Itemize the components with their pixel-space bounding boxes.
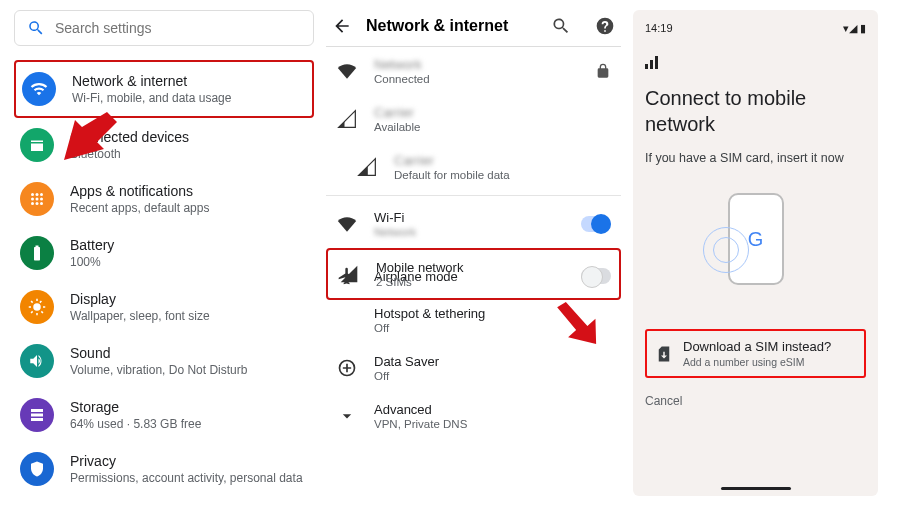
row-sub: Off (374, 322, 485, 334)
svg-rect-13 (31, 418, 43, 421)
storage-icon (20, 398, 54, 432)
carrier-name: Carrier (394, 153, 510, 168)
privacy-icon (20, 452, 54, 486)
item-sub: Recent apps, default apps (70, 201, 209, 215)
svg-point-10 (33, 303, 41, 311)
svg-rect-12 (31, 414, 43, 417)
row-title: Advanced (374, 402, 467, 417)
item-sub: Volume, vibration, Do Not Disturb (70, 363, 247, 377)
svg-marker-14 (556, 298, 603, 348)
download-sub: Add a number using eSIM (683, 356, 831, 368)
row-title: Wi-Fi (374, 210, 416, 225)
item-title: Privacy (70, 453, 303, 469)
back-icon[interactable] (332, 16, 352, 36)
settings-item-network[interactable]: Network & internet Wi-Fi, mobile, and da… (14, 60, 314, 118)
gesture-bar (721, 487, 791, 490)
settings-item-location[interactable]: LocationOn · 3 apps have access to locat… (14, 496, 314, 506)
screen-title: Connect to mobile network (645, 85, 866, 137)
search-icon (27, 19, 45, 37)
svg-marker-0 (64, 112, 117, 160)
row-title: Mobile network (376, 260, 463, 275)
chevron-down-icon (336, 406, 358, 426)
settings-item-apps[interactable]: Apps & notificationsRecent apps, default… (14, 172, 314, 226)
signal-icon (336, 109, 358, 129)
item-title: Sound (70, 345, 247, 361)
sound-icon (20, 344, 54, 378)
devices-icon (20, 128, 54, 162)
settings-main-screen: Network & internet Wi-Fi, mobile, and da… (14, 10, 314, 496)
connect-mobile-network-screen: 14:19 ▾◢ ▮ Connect to mobile network If … (633, 10, 878, 496)
display-icon (20, 290, 54, 324)
svg-point-4 (31, 198, 34, 201)
status-bar: 14:19 ▾◢ ▮ (645, 22, 866, 35)
svg-point-6 (40, 198, 43, 201)
google-logo-icon: G (748, 228, 764, 251)
item-sub: Wi-Fi, mobile, and data usage (72, 91, 231, 105)
search-icon[interactable] (551, 16, 571, 36)
row-sub: Off (374, 370, 439, 382)
network-row-datasaver[interactable]: Data SaverOff (326, 344, 621, 392)
datasaver-icon (336, 358, 358, 378)
network-name: Network (374, 57, 430, 72)
svg-point-9 (40, 202, 43, 205)
battery-icon (20, 236, 54, 270)
settings-item-battery[interactable]: Battery100% (14, 226, 314, 280)
airplane-switch[interactable] (581, 268, 611, 284)
cancel-button[interactable]: Cancel (645, 394, 866, 408)
signal-icon (356, 157, 378, 177)
carrier-status: Available (374, 121, 420, 133)
network-row-mobile-network[interactable]: Mobile network2 SIMs + (326, 248, 621, 300)
divider (326, 195, 621, 196)
page-title: Network & internet (366, 17, 537, 35)
lock-icon (595, 63, 611, 79)
item-title: Network & internet (72, 73, 231, 89)
screen-subtitle: If you have a SIM card, insert it now (645, 151, 866, 165)
svg-point-5 (36, 198, 39, 201)
settings-item-privacy[interactable]: PrivacyPermissions, account activity, pe… (14, 442, 314, 496)
item-title: Battery (70, 237, 114, 253)
network-internet-screen: Network & internet NetworkConnected Carr… (326, 10, 621, 496)
wifi-icon (22, 72, 56, 106)
settings-item-sound[interactable]: SoundVolume, vibration, Do Not Disturb (14, 334, 314, 388)
network-status: Connected (374, 73, 430, 85)
carrier-name: Carrier (374, 105, 420, 120)
signal-icon (645, 55, 866, 69)
item-sub: 100% (70, 255, 114, 269)
network-row-advanced[interactable]: AdvancedVPN, Private DNS (326, 392, 621, 440)
apps-icon (20, 182, 54, 216)
row-sub: VPN, Private DNS (374, 418, 467, 430)
item-title: Storage (70, 399, 201, 415)
signal-icon (338, 264, 360, 284)
row-sub: Network (374, 226, 416, 238)
svg-point-7 (31, 202, 34, 205)
status-icons: ▾◢ ▮ (843, 22, 866, 35)
row-title: Data Saver (374, 354, 439, 369)
item-sub: Wallpaper, sleep, font size (70, 309, 210, 323)
wifi-icon (336, 61, 358, 81)
item-title: Display (70, 291, 210, 307)
network-row-wifi-connected[interactable]: NetworkConnected (326, 47, 621, 95)
settings-item-storage[interactable]: Storage64% used · 5.83 GB free (14, 388, 314, 442)
search-settings[interactable] (14, 10, 314, 46)
wifi-icon (336, 214, 358, 234)
row-sub: 2 SIMs (376, 276, 463, 288)
svg-point-8 (36, 202, 39, 205)
settings-item-display[interactable]: DisplayWallpaper, sleep, font size (14, 280, 314, 334)
item-sub: Permissions, account activity, personal … (70, 471, 303, 485)
download-title: Download a SIM instead? (683, 339, 831, 354)
svg-point-1 (31, 193, 34, 196)
network-row-carrier2[interactable]: CarrierDefault for mobile data (326, 143, 621, 191)
time: 14:19 (645, 22, 673, 35)
row-title: Hotspot & tethering (374, 306, 485, 321)
svg-rect-11 (31, 409, 43, 412)
help-icon[interactable] (595, 16, 615, 36)
carrier-status: Default for mobile data (394, 169, 510, 181)
item-sub: 64% used · 5.83 GB free (70, 417, 201, 431)
search-input[interactable] (55, 20, 301, 36)
network-row-carrier1[interactable]: CarrierAvailable (326, 95, 621, 143)
network-row-wifi-toggle[interactable]: Wi-FiNetwork (326, 200, 621, 248)
download-sim-button[interactable]: Download a SIM instead? Add a number usi… (645, 329, 866, 378)
svg-point-3 (40, 193, 43, 196)
item-title: Apps & notifications (70, 183, 209, 199)
wifi-switch[interactable] (581, 216, 611, 232)
